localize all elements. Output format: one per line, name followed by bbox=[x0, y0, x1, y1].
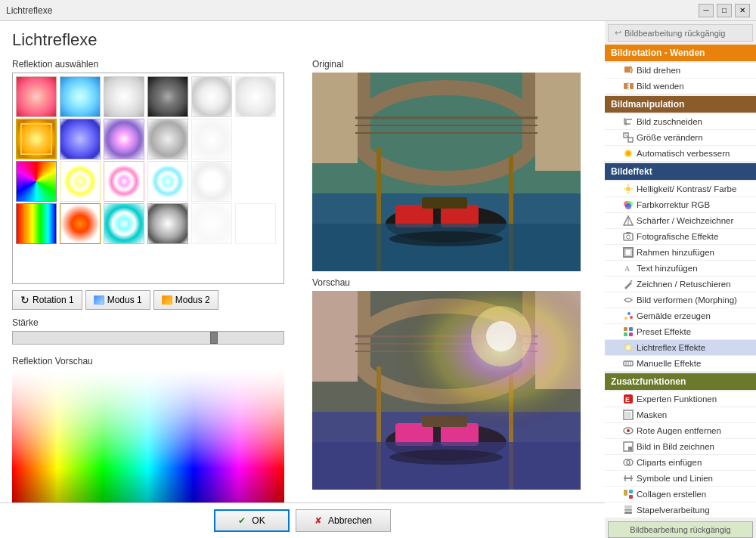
reflection-grid-container[interactable] bbox=[12, 73, 284, 284]
sidebar-bottom-undo-button[interactable]: Bildbearbeitung rückgängig bbox=[608, 521, 753, 538]
sidebar-item-lichtreflex[interactable]: Lichtreflex Effekte bbox=[605, 340, 756, 356]
list-item[interactable] bbox=[16, 161, 57, 202]
venice-preview-svg bbox=[312, 291, 581, 490]
sidebar-item-manuelle[interactable]: Manuelle Effekte bbox=[605, 356, 756, 372]
sidebar-item-zeichnen[interactable]: Zeichnen / Retuschieren bbox=[605, 277, 756, 292]
sidebar-item-gemaelde[interactable]: Gemälde erzeugen bbox=[605, 308, 756, 324]
sidebar-item-preset[interactable]: Preset Effekte bbox=[605, 324, 756, 340]
sidebar-item-rote-augen[interactable]: Rote Augen entfernen bbox=[605, 423, 756, 439]
sidebar-item-cliparts[interactable]: Cliparts einfügen bbox=[605, 455, 756, 471]
sidebar-item-symbole[interactable]: Symbole und Linien bbox=[605, 471, 756, 487]
color-icon bbox=[623, 199, 634, 210]
list-item[interactable] bbox=[147, 119, 188, 159]
list-item[interactable] bbox=[104, 161, 144, 202]
auto-icon bbox=[623, 148, 634, 159]
mode1-button[interactable]: Modus 1 bbox=[85, 290, 150, 310]
list-item[interactable] bbox=[235, 76, 276, 117]
list-item[interactable] bbox=[235, 119, 276, 159]
sharpen-icon bbox=[623, 215, 634, 226]
svg-point-60 bbox=[625, 203, 631, 209]
photo-icon bbox=[623, 231, 634, 242]
list-item[interactable] bbox=[191, 203, 232, 244]
svg-rect-46 bbox=[630, 83, 634, 89]
window-controls: ─ □ ✕ bbox=[699, 4, 750, 17]
sidebar-item-collagen[interactable]: Collagen erstellen bbox=[605, 487, 756, 502]
sidebar-item-helligkeit[interactable]: Helligkeit/ Kontrast/ Farbe bbox=[605, 181, 756, 197]
svg-point-72 bbox=[630, 316, 633, 319]
cancel-button[interactable]: ✘ Abbrechen bbox=[296, 509, 391, 532]
svg-point-77 bbox=[626, 345, 631, 350]
list-item[interactable] bbox=[60, 203, 101, 244]
sidebar-item-bild-drehen[interactable]: Bild drehen bbox=[605, 63, 756, 79]
list-item[interactable] bbox=[16, 76, 57, 117]
page-title: Lichtreflexe bbox=[12, 30, 593, 50]
list-item[interactable] bbox=[104, 119, 144, 159]
undo-icon: ↩ bbox=[615, 28, 621, 38]
list-item[interactable] bbox=[147, 76, 188, 117]
svg-rect-40 bbox=[312, 291, 581, 490]
list-item[interactable] bbox=[191, 76, 232, 117]
list-item[interactable] bbox=[191, 161, 232, 202]
sidebar-item-rahmen[interactable]: Rahmen hinzufügen bbox=[605, 245, 756, 261]
frame-icon bbox=[623, 247, 634, 258]
sidebar-item-groesse-verandern[interactable]: Größe verändern bbox=[605, 130, 756, 146]
right-sidebar: ↩ Bildbearbeitung rückgängig Bildrotatio… bbox=[605, 21, 756, 538]
list-item[interactable] bbox=[235, 203, 276, 244]
sidebar-item-fotografische[interactable]: Fotografische Effekte bbox=[605, 229, 756, 245]
mode2-button[interactable]: Modus 2 bbox=[153, 290, 218, 310]
mask-icon bbox=[623, 410, 634, 420]
svg-line-69 bbox=[631, 280, 632, 282]
list-item[interactable] bbox=[147, 161, 188, 202]
sidebar-section-zusatz: Zusatzfunktionen bbox=[605, 373, 756, 390]
starke-slider[interactable] bbox=[12, 331, 284, 345]
starke-label: Stärke bbox=[12, 317, 303, 328]
starke-section: Stärke bbox=[12, 317, 303, 347]
maximize-button[interactable]: □ bbox=[717, 4, 732, 17]
list-item[interactable] bbox=[104, 203, 144, 244]
svg-rect-73 bbox=[624, 327, 627, 331]
reflection-grid-label: Reflektion auswählen bbox=[12, 59, 303, 70]
svg-text:A: A bbox=[624, 264, 631, 273]
sidebar-item-farbkorrektur[interactable]: Farbkorrektur RGB bbox=[605, 197, 756, 213]
clip-icon bbox=[623, 457, 634, 468]
batch-icon bbox=[623, 505, 634, 515]
list-item[interactable] bbox=[16, 119, 57, 159]
svg-rect-11 bbox=[312, 73, 358, 163]
symbol-icon bbox=[623, 473, 634, 484]
svg-point-16 bbox=[389, 231, 503, 246]
list-item[interactable] bbox=[235, 161, 276, 202]
list-item[interactable] bbox=[104, 76, 144, 117]
list-item[interactable] bbox=[147, 203, 188, 244]
sidebar-item-bild-zuschneiden[interactable]: Bild zuschneiden bbox=[605, 114, 756, 130]
minimize-button[interactable]: ─ bbox=[699, 4, 714, 17]
sidebar-item-stapel[interactable]: Stapelverarbeitung bbox=[605, 502, 756, 518]
sidebar-item-automatisch-verbessern[interactable]: Automatisch verbessern bbox=[605, 146, 756, 162]
list-item[interactable] bbox=[60, 76, 101, 117]
original-label: Original bbox=[312, 59, 593, 70]
list-item[interactable] bbox=[60, 119, 101, 159]
rotation-button[interactable]: ↻ Rotation 1 bbox=[12, 290, 82, 310]
list-item[interactable] bbox=[191, 119, 232, 159]
sidebar-item-bild-in-bild[interactable]: Bild in Bild zeichnen bbox=[605, 439, 756, 455]
sidebar-item-schaerfer[interactable]: Schärfer / Weichzeichner bbox=[605, 213, 756, 229]
sidebar-item-masken[interactable]: Masken bbox=[605, 407, 756, 423]
svg-rect-75 bbox=[624, 332, 627, 336]
svg-point-64 bbox=[627, 235, 631, 239]
list-item[interactable] bbox=[16, 203, 57, 244]
draw-icon bbox=[623, 279, 634, 289]
sidebar-undo-button[interactable]: ↩ Bildbearbeitung rückgängig bbox=[608, 24, 753, 42]
sidebar-item-bild-wenden[interactable]: Bild wenden bbox=[605, 79, 756, 94]
svg-point-53 bbox=[626, 187, 631, 191]
ok-button[interactable]: ✔ OK bbox=[214, 509, 290, 532]
svg-rect-63 bbox=[624, 233, 633, 240]
sidebar-item-text[interactable]: A Text hinzufügen bbox=[605, 261, 756, 277]
sidebar-item-experten[interactable]: E Experten Funktionen bbox=[605, 391, 756, 407]
list-item[interactable] bbox=[60, 161, 101, 202]
brightness-icon bbox=[623, 184, 634, 194]
close-button[interactable]: ✕ bbox=[735, 4, 750, 17]
svg-rect-49 bbox=[628, 138, 633, 142]
svg-point-71 bbox=[627, 312, 631, 315]
body-row: Lichtreflexe Reflektion auswählen bbox=[0, 21, 756, 538]
svg-rect-65 bbox=[626, 232, 631, 233]
sidebar-item-bild-verformen[interactable]: Bild verformen (Morphing) bbox=[605, 292, 756, 308]
